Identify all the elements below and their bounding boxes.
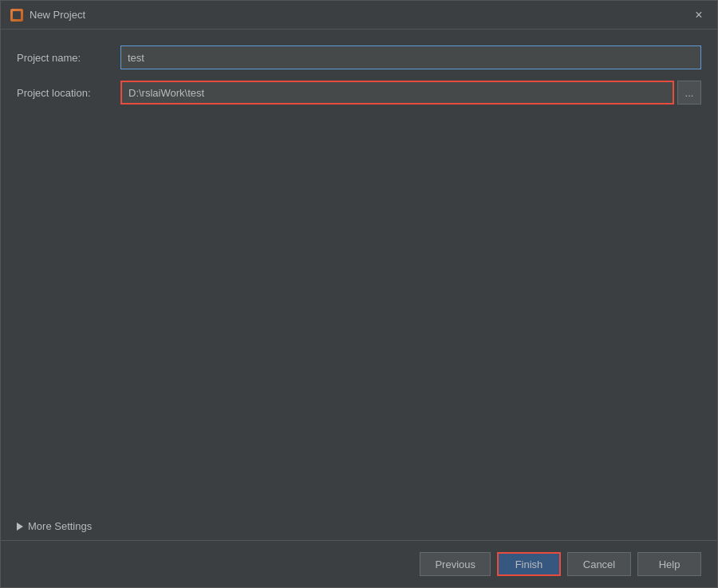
project-location-label: Project location:	[17, 87, 120, 99]
project-icon	[10, 9, 23, 22]
browse-button[interactable]: ...	[677, 81, 701, 105]
dialog-title: New Project	[30, 9, 85, 21]
title-bar-left: New Project	[10, 9, 85, 22]
project-name-label: Project name:	[17, 52, 120, 64]
help-button[interactable]: Help	[637, 552, 701, 576]
title-bar: New Project ×	[1, 1, 717, 30]
dialog-content: Project name: Project location: ... More…	[1, 30, 717, 540]
content-spacer	[17, 116, 701, 512]
project-location-row: Project location: ...	[17, 81, 701, 105]
close-button[interactable]: ×	[690, 6, 708, 24]
cancel-button[interactable]: Cancel	[567, 552, 631, 576]
project-name-input[interactable]	[120, 45, 701, 69]
more-settings-label: More Settings	[28, 520, 92, 532]
location-input-wrapper: ...	[120, 81, 701, 105]
more-settings-section[interactable]: More Settings	[17, 512, 701, 540]
previous-button[interactable]: Previous	[420, 552, 491, 576]
dialog-footer: Previous Finish Cancel Help	[1, 540, 717, 587]
project-location-input[interactable]	[120, 81, 674, 105]
project-name-row: Project name:	[17, 45, 701, 69]
expand-icon	[17, 523, 23, 531]
finish-button[interactable]: Finish	[497, 552, 561, 576]
new-project-dialog: New Project × Project name: Project loca…	[0, 0, 718, 588]
